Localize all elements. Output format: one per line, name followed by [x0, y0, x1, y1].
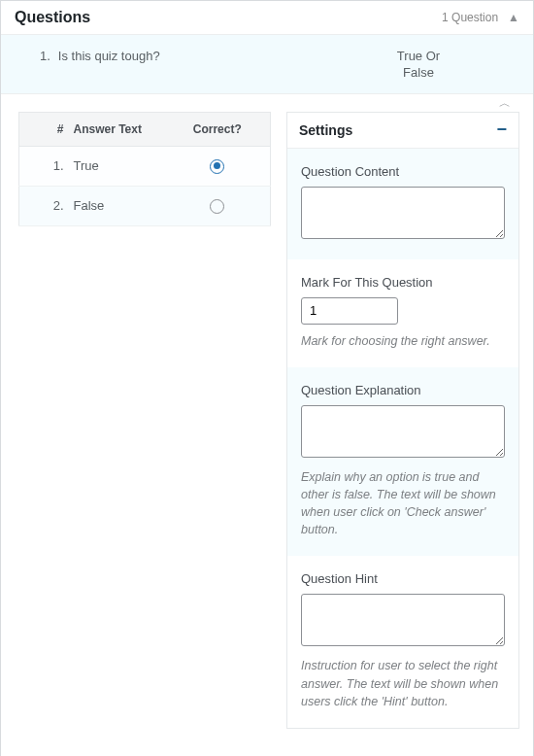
correct-radio[interactable] [210, 199, 224, 214]
answer-text: True [68, 146, 165, 186]
question-text: Is this quiz tough? [58, 49, 321, 63]
explanation-label: Question Explanation [301, 383, 505, 397]
caret-up-icon[interactable]: ︿ [499, 95, 511, 112]
panel-title: Questions [15, 9, 442, 26]
col-answer-text: Answer Text [68, 112, 165, 146]
col-correct: Correct? [165, 112, 271, 146]
answer-number: 1. [19, 146, 68, 186]
settings-panel: ︿ Settings − Question Content Mark For T… [286, 112, 519, 729]
hint-block: Question Hint Instruction for user to se… [287, 556, 518, 727]
question-content-block: Question Content [287, 149, 518, 259]
mark-input[interactable] [301, 297, 398, 325]
answer-number: 2. [19, 186, 68, 225]
correct-radio[interactable] [210, 159, 224, 174]
panel-header: Questions 1 Question ▲ [1, 1, 533, 35]
mark-label: Mark For This Question [301, 275, 505, 290]
explanation-input[interactable] [301, 405, 505, 458]
mark-block: Mark For This Question Mark for choosing… [287, 259, 518, 367]
question-content-label: Question Content [301, 164, 505, 179]
hint-input[interactable] [301, 594, 505, 646]
table-row: 1. True [19, 146, 271, 186]
question-body: # Answer Text Correct? 1. True 2. False [1, 94, 533, 756]
question-content-input[interactable] [301, 187, 505, 239]
hint-helper: Instruction for user to select the right… [301, 657, 505, 709]
question-type: True Or False [321, 49, 516, 82]
answer-text: False [68, 186, 165, 225]
mark-helper: Mark for choosing the right answer. [301, 332, 505, 350]
question-count: 1 Question [442, 11, 498, 24]
question-number: 1. [40, 49, 50, 63]
settings-title: Settings [299, 122, 496, 138]
answers-table-container: # Answer Text Correct? 1. True 2. False [18, 112, 271, 226]
explanation-helper: Explain why an option is true and other … [301, 468, 505, 539]
hint-label: Question Hint [301, 571, 505, 586]
question-row[interactable]: 1. Is this quiz tough? True Or False [1, 35, 533, 94]
minus-icon[interactable]: − [496, 125, 507, 134]
answers-table: # Answer Text Correct? 1. True 2. False [18, 112, 271, 226]
collapse-toggle-icon[interactable]: ▲ [508, 11, 519, 24]
explanation-block: Question Explanation Explain why an opti… [287, 367, 518, 557]
settings-header[interactable]: Settings − [287, 113, 518, 149]
questions-panel: Questions 1 Question ▲ 1. Is this quiz t… [0, 0, 534, 756]
table-row: 2. False [19, 186, 271, 225]
col-hash: # [19, 112, 68, 146]
